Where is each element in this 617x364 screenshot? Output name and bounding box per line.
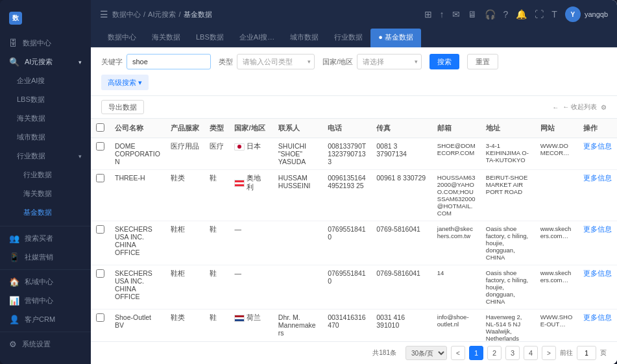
cell-action: 更多信息: [578, 309, 617, 342]
cell-type: 鞋: [204, 265, 229, 309]
row-checkbox[interactable]: [96, 269, 104, 278]
select-all-checkbox[interactable]: [96, 123, 104, 132]
sidebar-item-ai-search[interactable]: 🔍 AI元搜索 ▾: [0, 53, 91, 71]
table-row: DOME CORPORATION 医疗用品 医疗 日本 SHUICHI "SHO…: [91, 138, 617, 170]
more-info-button[interactable]: 更多信息: [583, 142, 612, 151]
more-info-button[interactable]: 更多信息: [583, 174, 612, 183]
cell-supplier: 鞋柜: [165, 265, 204, 309]
tab-lbs[interactable]: LBS数据: [188, 29, 232, 47]
settings-icon[interactable]: ⚙: [601, 104, 607, 111]
goto-input[interactable]: [577, 346, 596, 360]
sidebar-item-label: 海关数据: [23, 189, 52, 199]
more-info-button[interactable]: 更多信息: [583, 225, 612, 234]
sidebar-item-buyer-search[interactable]: 👥 搜索买者: [0, 229, 91, 248]
sidebar-item-label: 行业数据: [23, 170, 52, 180]
sidebar-item-datacenter[interactable]: 🗄 数据中心: [0, 34, 91, 53]
user-avatar[interactable]: Y yangqb: [565, 6, 608, 22]
col-type: 类型: [204, 119, 229, 138]
export-button[interactable]: 导出数据: [101, 100, 144, 114]
tab-city[interactable]: 城市数据: [282, 29, 326, 47]
page-1-button[interactable]: 1: [469, 346, 483, 360]
menu-icon[interactable]: ☰: [100, 9, 108, 19]
sidebar-item-industry[interactable]: 行业数据 ▾: [0, 147, 91, 165]
cell-website: WWW.DOMECOR…: [535, 138, 578, 170]
sidebar-item-label: 域市数据: [17, 132, 45, 142]
sidebar-item-label: LBS数据: [17, 95, 45, 104]
text-icon[interactable]: T: [551, 9, 557, 19]
next-page-button[interactable]: >: [542, 346, 556, 360]
help-icon[interactable]: ?: [503, 9, 509, 19]
col-checkbox: [91, 119, 110, 138]
goto-label: 前往: [560, 348, 573, 358]
expand-icon[interactable]: ⛶: [535, 9, 544, 19]
sidebar-item-social[interactable]: 📱 社媒营销: [0, 248, 91, 267]
row-checkbox[interactable]: [96, 142, 104, 151]
table-row: THREE-H 鞋类 鞋 奥地利 HUSSAM HUSSEINI 0096135…: [91, 170, 617, 221]
page-2-button[interactable]: 2: [487, 346, 502, 360]
sidebar-logo: 数: [0, 5, 91, 32]
type-select[interactable]: 请输入公司类型: [237, 54, 315, 69]
arrow-icon: ▾: [79, 59, 82, 66]
prev-page-button[interactable]: <: [451, 346, 465, 360]
cell-email: SHOE@DOMECORP.COM: [432, 138, 481, 170]
reset-button[interactable]: 重置: [467, 54, 498, 69]
sidebar-item-lbs[interactable]: LBS数据: [0, 90, 91, 109]
mail-icon[interactable]: ✉: [452, 9, 460, 19]
social-icon: 📱: [9, 252, 19, 262]
col-contact: 联系人: [273, 119, 322, 138]
sidebar-item-enterprise-ai[interactable]: 企业AI搜: [0, 71, 91, 90]
topbar-right: ⊞ ↑ ✉ 🖥 🎧 ? 🔔 ⛶ T Y yangqb: [424, 6, 608, 22]
cell-contact: SHUICHI "SHOE" YASUDA: [273, 138, 322, 170]
tab-enterprise-ai[interactable]: 企业AI搜…: [232, 29, 282, 47]
col-email: 邮箱: [432, 119, 481, 138]
breadcrumb-item-1[interactable]: 数据中心: [112, 10, 141, 19]
cell-country: —: [229, 221, 272, 265]
page-4-button[interactable]: 4: [524, 346, 538, 360]
sidebar-item-settings[interactable]: ⚙ 系统设置: [0, 335, 91, 354]
more-info-button[interactable]: 更多信息: [583, 269, 612, 278]
page-3-button[interactable]: 3: [505, 346, 520, 360]
cell-phone: 008133790T13237907133: [322, 138, 371, 170]
headset-icon[interactable]: 🎧: [485, 9, 496, 19]
country-label: 国家/地区: [322, 57, 353, 67]
cell-address: 3-4-1 KEIHINJIMA O-TA-KUTOKYO: [481, 138, 535, 170]
bell-icon[interactable]: 🔔: [516, 9, 527, 19]
avatar-circle: Y: [565, 6, 581, 22]
sidebar-item-fund-data[interactable]: 基金数据: [0, 203, 91, 222]
row-checkbox[interactable]: [96, 313, 104, 322]
advanced-search-button[interactable]: 高级搜索 ▾: [101, 75, 149, 90]
flag-japan-icon: [234, 143, 245, 151]
search-input[interactable]: [127, 54, 211, 69]
tab-industry[interactable]: 行业数据: [326, 29, 370, 47]
type-label: 类型: [219, 57, 233, 67]
country-select[interactable]: 请选择: [357, 54, 422, 69]
search-button[interactable]: 搜索: [429, 54, 459, 69]
cell-fax: 00961 8 330729: [371, 170, 432, 221]
more-info-button[interactable]: 更多信息: [583, 313, 612, 322]
breadcrumb-item-2[interactable]: AI元搜索: [148, 10, 176, 19]
col-adjust-label[interactable]: ← 收起列表: [563, 103, 597, 112]
page-size-select[interactable]: 30条/页: [405, 346, 447, 360]
username: yangqb: [585, 10, 608, 18]
row-checkbox[interactable]: [96, 225, 104, 234]
sidebar-item-city[interactable]: 域市数据: [0, 128, 91, 147]
cell-website: www.skechers.com…: [535, 265, 578, 309]
tab-datacenter[interactable]: 数据中心: [100, 29, 144, 47]
sidebar-item-industry-data[interactable]: 行业数据: [0, 165, 91, 184]
sidebar-item-marketing[interactable]: 📊 营销中心: [0, 291, 91, 310]
row-checkbox[interactable]: [96, 174, 104, 182]
tab-customs[interactable]: 海关数据: [144, 29, 188, 47]
sidebar-item-crm[interactable]: 👤 客户CRM: [0, 310, 91, 329]
sidebar-item-private[interactable]: 🏠 私域中心: [0, 273, 91, 291]
col-address: 地址: [481, 119, 535, 138]
keyword-label: 关键字: [101, 57, 123, 67]
arrow-icon: ▾: [79, 153, 82, 160]
sidebar-item-customs[interactable]: 海关数据: [0, 109, 91, 128]
sidebar-item-customs-data[interactable]: 海关数据: [0, 184, 91, 203]
tab-fund[interactable]: ● 基金数据: [370, 29, 421, 47]
grid-icon[interactable]: ⊞: [424, 9, 432, 19]
arrow-icon[interactable]: ↑: [440, 9, 444, 19]
cell-website: [535, 170, 578, 221]
cell-action: 更多信息: [578, 265, 617, 309]
monitor-icon[interactable]: 🖥: [468, 9, 477, 19]
